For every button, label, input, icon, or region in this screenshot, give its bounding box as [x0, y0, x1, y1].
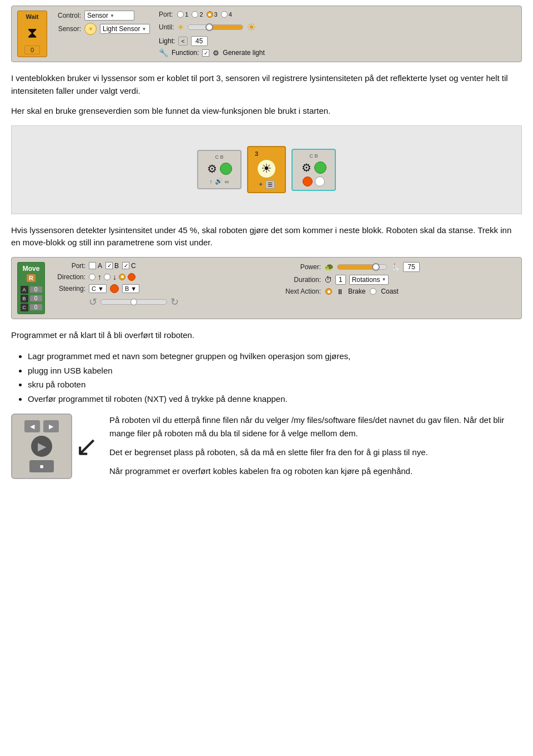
nxt-play-btn[interactable]: ▶ [31, 436, 52, 457]
direction-stop-radio[interactable] [119, 274, 125, 280]
sensor-dropdown[interactable]: Light Sensor ▼ [100, 24, 150, 34]
transfer-left: ◀ ▶ ▶ ■ ↙ [11, 414, 98, 479]
port-b-label: B [114, 262, 119, 270]
rotations-arrow: ▼ [381, 277, 386, 282]
grid-btn[interactable]: ☰ [265, 180, 275, 189]
prog-block-1-header: C B [215, 154, 223, 160]
steering-b-dropdown[interactable]: B ▼ [122, 284, 139, 293]
port-2-radio[interactable] [192, 11, 198, 18]
light-label: Light: [159, 37, 175, 45]
move-steering-row: Steering: C ▼ B ▼ [49, 284, 280, 293]
port-3-label: 3 [214, 11, 218, 18]
brake-radio[interactable] [325, 288, 332, 295]
transfer-text-3: Når programmet er overført kobles kabele… [109, 465, 522, 478]
move-port-label: Port: [49, 262, 86, 270]
port-c-checkbox[interactable] [122, 262, 129, 269]
sensor-dropdown-arrow: ▼ [142, 27, 146, 32]
duration-row: Duration: ⏱ 1 Rotations ▼ [285, 275, 516, 285]
move-direction-label: Direction: [49, 273, 86, 281]
port-4-radio[interactable] [221, 11, 228, 18]
body-text-4: Programmet er nå klart til å bli overfør… [11, 329, 522, 342]
up-arrow-dir: ↑ [98, 273, 102, 281]
prog-block-1: C B ⚙ ↑ 🔊 ∞ [197, 150, 242, 189]
abc-label-c: C [21, 304, 28, 311]
until-slider[interactable] [188, 24, 243, 30]
move-port-row: Port: A B C [49, 262, 280, 270]
nxt-bottom-btn[interactable]: ■ [29, 460, 54, 472]
move-slider-row: ↺ ↻ [49, 296, 280, 308]
port-1-radio[interactable] [177, 11, 184, 18]
hourglass-icon: ⧗ [27, 26, 37, 40]
power-value-box[interactable]: 75 [403, 262, 420, 272]
green-circle-3 [314, 162, 326, 174]
steering-slider[interactable] [100, 299, 167, 305]
port-4-label: 4 [229, 11, 232, 18]
power-slider-thumb[interactable] [372, 263, 380, 271]
until-label: Until: [159, 23, 174, 31]
abc-rows: A 0 B 0 C 0 [21, 286, 42, 311]
generate-light-checkbox[interactable] [202, 49, 209, 57]
function-label: Function: [172, 49, 199, 57]
port-3-radio[interactable] [207, 11, 213, 18]
generate-light-icon: ⚙ [213, 49, 219, 57]
infinity-icon: ∞ [225, 178, 229, 185]
prog-block-3: C B ⚙ [291, 149, 336, 191]
wait-controls-middle: Control: Sensor ▼ Sensor: Light Sensor ▼ [51, 11, 150, 57]
port-4-item[interactable]: 4 [221, 11, 232, 18]
body-text-1: I venteblokken bruker vi lyssensor som e… [11, 72, 522, 97]
transfer-text-1: På roboten vil du etterpå finne filen nå… [109, 414, 522, 440]
white-circle-stop [315, 177, 325, 187]
next-action-row: Next Action: ⏸ Brake Coast [285, 288, 516, 296]
duration-value-box[interactable]: 1 [335, 275, 346, 285]
nxt-device: ◀ ▶ ▶ ■ [11, 414, 72, 479]
prog-block-2: 3 ☀ ✦ ☰ [247, 146, 286, 193]
rabbit-icon: 🐇 [390, 263, 400, 271]
coast-radio[interactable] [370, 288, 376, 295]
power-row: Power: 🐢 🐇 75 [285, 262, 516, 272]
sensor-dropdown-value: Light Sensor [103, 25, 140, 33]
power-slider[interactable] [337, 264, 387, 270]
light-row: Light: < 45 [159, 36, 265, 46]
until-slider-thumb[interactable] [205, 23, 213, 31]
light-sensor-icon [84, 23, 97, 35]
port-b-checkbox[interactable] [105, 262, 113, 269]
port-1-item[interactable]: 1 [177, 11, 188, 18]
port-b-item[interactable]: B [105, 262, 119, 270]
control-dropdown[interactable]: Sensor ▼ [84, 11, 134, 21]
direction-up-radio[interactable] [89, 274, 95, 280]
steering-indicator [110, 284, 119, 293]
function-value: Generate light [223, 49, 264, 57]
duration-icon: ⏱ [324, 275, 332, 284]
port-3-item[interactable]: 3 [207, 11, 218, 18]
nxt-with-arrow: ◀ ▶ ▶ ■ ↙ [11, 414, 98, 479]
prog-block-3-body: ⚙ [301, 161, 326, 174]
port-a-item[interactable]: A [89, 262, 102, 270]
direction-down-radio[interactable] [104, 274, 110, 280]
next-action-label: Next Action: [285, 288, 321, 295]
steer-left-arrow: ↺ [89, 296, 97, 308]
port-a-checkbox[interactable] [89, 262, 96, 269]
rotations-dropdown[interactable]: Rotations ▼ [349, 275, 389, 285]
nxt-top-row: ◀ ▶ [24, 420, 59, 432]
nxt-btn-left[interactable]: ◀ [24, 420, 40, 432]
control-dropdown-arrow: ▼ [110, 13, 114, 18]
nxt-btn-right[interactable]: ▶ [43, 420, 59, 432]
sun-max-icon: ☀ [247, 21, 257, 34]
sun-min-icon: ☀ [177, 23, 184, 32]
body-text-2: Her skal en bruke grenseverdien som ble … [11, 105, 522, 118]
steering-slider-thumb[interactable] [130, 299, 137, 305]
port-c-item[interactable]: C [122, 262, 136, 270]
steering-c-dropdown[interactable]: C ▼ [89, 284, 107, 293]
port-2-item[interactable]: 2 [192, 11, 203, 18]
port-label: Port: [159, 11, 173, 18]
move-title: Move [23, 265, 40, 273]
port-1-label: 1 [185, 11, 188, 18]
prog-block-3-bottom [303, 177, 325, 187]
move-block-right: Power: 🐢 🐇 75 Duration: ⏱ 1 Rotations ▼ … [285, 262, 516, 314]
cb-label-1: C B [215, 154, 223, 160]
speaker-icon: 🔊 [215, 178, 223, 185]
light-op-btn[interactable]: < [178, 37, 187, 46]
up-arrow-icon: ↑ [209, 178, 213, 185]
light-value-box[interactable]: 45 [191, 36, 208, 46]
cb-label-3: C B [309, 153, 318, 159]
